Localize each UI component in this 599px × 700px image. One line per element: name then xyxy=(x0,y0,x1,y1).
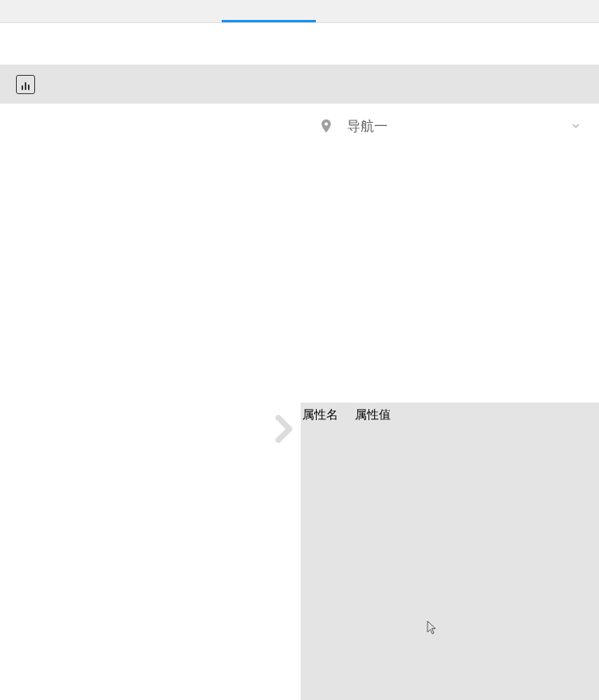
chart-icon-bar xyxy=(28,85,30,90)
header-spacer xyxy=(0,23,599,65)
nav-item-one[interactable]: 导航一 xyxy=(301,104,599,148)
chart-button[interactable] xyxy=(16,75,35,94)
chevron-down-icon xyxy=(569,119,583,133)
chevron-right-icon xyxy=(275,415,294,443)
right-panel: 导航一 属性名 属性值 xyxy=(301,104,599,700)
main-area: 导航一 属性名 属性值 xyxy=(0,104,599,700)
properties-col-name: 属性名 xyxy=(301,407,353,423)
left-panel xyxy=(0,104,301,700)
panel-expand-handle[interactable] xyxy=(274,413,296,445)
properties-header: 属性名 属性值 xyxy=(301,403,599,427)
properties-section: 属性名 属性值 xyxy=(301,403,599,700)
properties-col-value: 属性值 xyxy=(353,407,391,423)
chart-icon-bar xyxy=(25,82,26,90)
location-pin-icon xyxy=(317,116,336,136)
navigation-section: 导航一 xyxy=(301,104,599,403)
active-tab-indicator xyxy=(222,20,316,22)
toolbar xyxy=(0,65,599,104)
nav-item-label: 导航一 xyxy=(347,117,569,136)
tab-bar xyxy=(0,0,599,23)
chart-icon-bar xyxy=(22,85,23,90)
